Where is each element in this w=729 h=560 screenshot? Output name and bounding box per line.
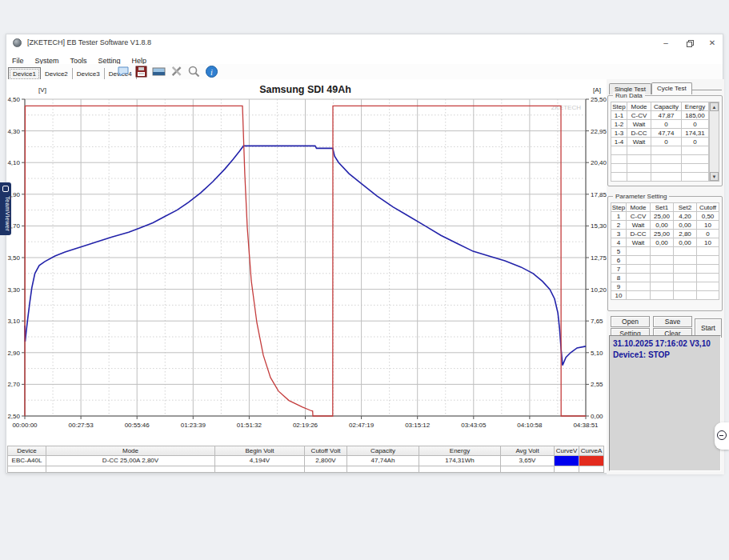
run-data-row[interactable]: [611, 146, 709, 155]
cell-energy: [419, 466, 501, 473]
svg-text:2,55: 2,55: [591, 381, 603, 388]
parameter-cutoff: 10: [697, 221, 719, 230]
run-data-row[interactable]: 1-4Wait00: [611, 138, 709, 146]
parameter-mode: [627, 274, 651, 282]
scroll-down-icon[interactable]: ▼: [710, 172, 719, 181]
parameter-set1: Set1: [651, 202, 674, 212]
run-data-step: 1-3: [611, 129, 627, 138]
svg-text:01:51:32: 01:51:32: [237, 422, 262, 429]
run-data-mode: [627, 164, 651, 173]
parameter-row[interactable]: 4Wait0,000,0010: [611, 238, 719, 247]
svg-text:4,10: 4,10: [7, 159, 20, 166]
scroll-up-icon[interactable]: ▲: [710, 102, 719, 111]
run-data-capacity: [651, 173, 682, 182]
parameter-step: 7: [611, 265, 627, 274]
parameter-set1: 25,00: [651, 212, 674, 221]
column-header-cutoff-volt: Cutoff Volt: [305, 446, 347, 456]
parameter-step: 9: [611, 282, 627, 291]
maximize-icon[interactable]: [681, 38, 699, 49]
table-empty-row: [7, 466, 605, 473]
parameter-row[interactable]: 6: [611, 256, 719, 265]
svg-text:12,75: 12,75: [591, 254, 607, 262]
run-data-mode: [627, 146, 651, 155]
run-data-mode: Wait: [627, 120, 651, 129]
parameter-row[interactable]: 2Wait0,000,0010: [611, 221, 719, 230]
parameter-row[interactable]: 5: [611, 247, 719, 256]
svg-text:03:15:12: 03:15:12: [405, 422, 431, 429]
open-icon[interactable]: [117, 65, 130, 78]
parameter-step: 3: [611, 230, 627, 238]
svg-text:2,70: 2,70: [7, 381, 20, 388]
window-title: [ZKETECH] EB Tester Software V1.8.8: [27, 38, 151, 46]
run-data-row[interactable]: 1-3D-CC47,74174,31: [611, 129, 709, 138]
titlebar: [ZKETECH] EB Tester Software V1.8.8 – ✕: [6, 34, 723, 52]
svg-text:2,50: 2,50: [7, 413, 20, 420]
parameter-cutoff: Cutoff: [697, 202, 719, 212]
run-data-scrollbar[interactable]: ▲▼: [709, 102, 719, 182]
run-data-capacity: [651, 164, 682, 173]
svg-text:7,65: 7,65: [591, 318, 603, 325]
svg-text:20,40: 20,40: [591, 159, 607, 166]
run-data-mode: C-CV: [627, 111, 651, 120]
run-data-row[interactable]: [611, 155, 709, 164]
voltage-current-chart[interactable]: 4,50 4,30 4,10 3,90 3,70 3,50 3,30 3,10 …: [6, 79, 607, 446]
svg-text:4,50: 4,50: [7, 96, 20, 103]
side-panel-toggle[interactable]: [715, 422, 729, 450]
parameter-step: 10: [611, 291, 627, 300]
parameter-row[interactable]: 10: [611, 291, 719, 300]
svg-text:0,00: 0,00: [591, 413, 603, 420]
cell-curvev: [555, 466, 579, 473]
run-data-energy: 174,31: [682, 129, 709, 138]
parameter-row[interactable]: 1C-CV25,004,200,50: [611, 212, 719, 221]
parameter-row[interactable]: 8: [611, 274, 719, 282]
column-header-curvea: CurveA: [579, 446, 604, 456]
info-icon[interactable]: i: [205, 65, 218, 78]
parameter-row[interactable]: 9: [611, 282, 719, 291]
run-data-row[interactable]: 1-1C-CV47,87185,00: [611, 111, 709, 120]
menu-bar: FileSystemToolsSettingHelp: [6, 52, 723, 64]
cell-capacity: [347, 466, 419, 473]
run-data-row[interactable]: [611, 164, 709, 173]
minimize-icon[interactable]: –: [657, 38, 675, 49]
run-data-step: 1-4: [611, 138, 627, 146]
parameter-set1: [651, 291, 674, 300]
column-header-begin-volt: Begin Volt: [215, 446, 305, 456]
run-data-capacity: 0: [651, 138, 682, 146]
toolbar-icons: i: [117, 65, 218, 79]
run-data-group: Run Data StepModeCapacityEnergy1-1C-CV47…: [607, 95, 723, 186]
parameter-row[interactable]: 7: [611, 265, 719, 274]
device-tab-device3[interactable]: Device3: [73, 68, 105, 80]
svg-text:00:27:53: 00:27:53: [69, 422, 94, 429]
tools-icon[interactable]: [170, 65, 183, 78]
status-device-state: Device1: STOP: [613, 350, 720, 361]
parameter-cutoff: 0,50: [697, 212, 719, 221]
svg-text:10,20: 10,20: [591, 286, 607, 294]
parameter-step: Step: [611, 202, 627, 212]
device-tab-device2[interactable]: Device2: [41, 68, 73, 80]
teamviewer-side-tab[interactable]: TeamViewer: [0, 182, 11, 235]
run-data-row[interactable]: [611, 173, 709, 182]
zoom-icon[interactable]: [187, 65, 201, 78]
parameter-set1: 0,00: [651, 221, 674, 230]
run-data-energy: [682, 164, 709, 173]
save-icon[interactable]: [134, 65, 148, 78]
run-data-step: [611, 146, 627, 155]
run-data-energy: Energy: [682, 102, 709, 111]
open-button[interactable]: Open: [611, 316, 650, 327]
run-data-energy: [682, 146, 709, 155]
svg-text:i: i: [210, 68, 213, 77]
image-export-icon[interactable]: [152, 65, 166, 78]
parameter-set1: 25,00: [651, 230, 674, 238]
close-icon[interactable]: ✕: [703, 38, 721, 49]
tab-cycle-test[interactable]: Cycle Test: [651, 82, 692, 94]
parameter-cutoff: [697, 291, 719, 300]
parameter-set2: [674, 291, 697, 300]
parameter-row[interactable]: 3D-CC25,002,800: [611, 230, 719, 238]
parameter-mode: Mode: [627, 202, 651, 212]
parameter-mode: [627, 256, 651, 265]
run-data-row[interactable]: 1-2Wait00: [611, 120, 709, 129]
svg-text:3,50: 3,50: [7, 254, 20, 262]
run-data-label: Run Data: [613, 92, 645, 99]
svg-text:5,10: 5,10: [591, 350, 603, 357]
save-button[interactable]: Save: [653, 316, 692, 327]
